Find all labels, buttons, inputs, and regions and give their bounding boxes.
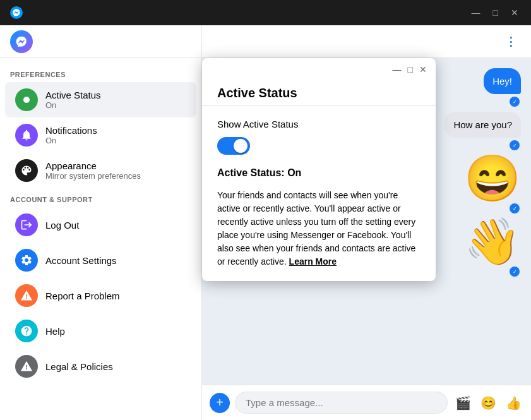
preferences-section-label: PREFERENCES — [0, 63, 201, 82]
input-actions: 🎬 😊 👍 — [453, 393, 523, 413]
emoji-laughing: 😄 — [464, 155, 521, 201]
app-icon — [10, 6, 23, 19]
sidebar-item-legal[interactable]: Legal & Policies — [5, 349, 196, 384]
modal-description: Your friends and contacts will see when … — [217, 189, 421, 268]
seen-icon-3: ✓ — [510, 203, 520, 213]
app-window: — □ ✕ PREFERENCES — [0, 0, 531, 420]
notifications-sub: On — [45, 136, 97, 145]
message-input[interactable] — [235, 392, 448, 414]
chat-more-button[interactable]: ⋮ — [501, 32, 521, 52]
description-text: Your friends and contacts will see when … — [217, 190, 415, 267]
help-icon — [15, 320, 38, 342]
legal-icon — [15, 355, 38, 378]
active-status-toggle[interactable] — [217, 137, 250, 155]
learn-more-link[interactable]: Learn More — [289, 256, 337, 267]
app-body: PREFERENCES Active Status On — [0, 25, 531, 420]
message-how: How are you? — [444, 112, 521, 138]
report-icon — [15, 284, 38, 307]
emoji-wave: 👋 — [464, 219, 521, 264]
sidebar-item-appearance[interactable]: Appearance Mirror system preferences — [5, 153, 196, 188]
account-settings-text: Account Settings — [45, 255, 117, 266]
active-status-icon — [15, 88, 38, 111]
add-attachment-button[interactable]: + — [210, 393, 230, 413]
maximize-button[interactable]: □ — [491, 6, 501, 19]
account-section-label: ACCOUNT & SUPPORT — [0, 188, 201, 207]
appearance-sub: Mirror system preferences — [45, 171, 141, 181]
sidebar-item-logout[interactable]: Log Out — [5, 207, 196, 243]
appearance-text: Appearance Mirror system preferences — [45, 160, 141, 181]
active-status-text: Active Status On — [45, 90, 101, 110]
modal-minimize-button[interactable]: — — [391, 63, 403, 76]
close-button[interactable]: ✕ — [508, 6, 521, 19]
logout-title: Log Out — [45, 220, 79, 231]
seen-icon-4: ✓ — [510, 267, 520, 277]
legal-text: Legal & Policies — [45, 361, 113, 372]
window-controls: — □ ✕ — [469, 6, 521, 19]
report-title: Report a Problem — [45, 291, 120, 301]
gif-button[interactable]: 🎬 — [453, 393, 473, 413]
appearance-icon — [15, 159, 38, 182]
logout-text: Log Out — [45, 220, 79, 231]
sidebar-item-help[interactable]: Help — [5, 313, 196, 349]
modal-maximize-button[interactable]: □ — [407, 63, 414, 76]
active-status-modal: — □ ✕ Active Status Show Active Status A… — [202, 58, 436, 281]
title-bar: — □ ✕ — [0, 0, 531, 25]
report-text: Report a Problem — [45, 291, 120, 301]
active-status-on-text: Active Status: On — [217, 167, 421, 179]
logout-icon — [15, 213, 38, 236]
emoji-button[interactable]: 😊 — [478, 393, 498, 413]
modal-header: Active Status — [202, 76, 436, 106]
sidebar-item-account-settings[interactable]: Account Settings — [5, 243, 196, 278]
modal-body: Show Active Status Active Status: On You… — [202, 106, 436, 281]
account-settings-icon — [15, 249, 38, 272]
minimize-button[interactable]: — — [469, 6, 483, 19]
active-status-title: Active Status — [45, 90, 101, 100]
active-status-sub: On — [45, 100, 101, 110]
sidebar-item-active-status[interactable]: Active Status On — [5, 82, 196, 117]
toggle-container — [217, 137, 421, 155]
chat-header: ⋮ — [202, 25, 531, 58]
message-hey: Hey! — [484, 68, 521, 94]
legal-title: Legal & Policies — [45, 361, 113, 372]
sidebar: PREFERENCES Active Status On — [0, 25, 202, 420]
sidebar-item-report[interactable]: Report a Problem — [5, 278, 196, 313]
toggle-knob — [234, 139, 248, 153]
svg-point-0 — [23, 97, 30, 103]
notifications-icon — [15, 124, 38, 147]
seen-icon-2: ✓ — [510, 140, 520, 150]
title-bar-left — [10, 6, 23, 19]
chat-input-area: + 🎬 😊 👍 — [202, 385, 531, 420]
show-active-status-label: Show Active Status — [217, 119, 421, 129]
appearance-title: Appearance — [45, 160, 141, 171]
messenger-logo — [10, 30, 33, 53]
help-title: Help — [45, 326, 65, 337]
modal-top-bar: — □ ✕ — [202, 58, 436, 76]
seen-icon-1: ✓ — [510, 97, 520, 107]
notifications-title: Notifications — [45, 125, 97, 136]
like-button[interactable]: 👍 — [503, 393, 523, 413]
sidebar-header — [0, 25, 201, 58]
notifications-text: Notifications On — [45, 125, 97, 145]
help-text: Help — [45, 326, 65, 337]
modal-close-button[interactable]: ✕ — [418, 63, 428, 76]
sidebar-content: PREFERENCES Active Status On — [0, 58, 201, 420]
sidebar-item-notifications[interactable]: Notifications On — [5, 117, 196, 153]
account-settings-title: Account Settings — [45, 255, 117, 266]
modal-title: Active Status — [217, 86, 297, 100]
